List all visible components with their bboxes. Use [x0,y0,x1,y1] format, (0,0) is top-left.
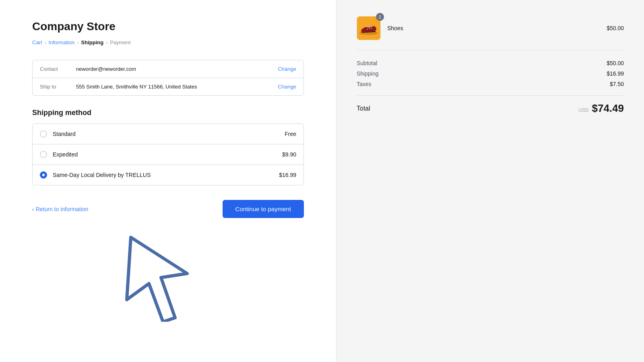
breadcrumb-sep-3: › [106,40,107,45]
return-label: Return to information [36,206,89,212]
shipping-value: $16.99 [607,70,624,77]
svg-marker-0 [127,237,187,322]
breadcrumb-sep-1: › [45,40,46,45]
total-amount: $74.49 [592,102,624,115]
breadcrumb-information[interactable]: Information [49,39,75,45]
option-label-sameday: Same-Day Local Delivery by TRELLUS [53,172,273,178]
option-label-expedited: Expedited [53,151,277,158]
total-currency: USD [578,107,588,113]
summary-divider [357,95,624,96]
svg-point-2 [367,29,368,30]
total-label: Total [357,105,370,112]
left-panel: Company Store Cart › Information › Shipp… [0,0,336,362]
radio-sameday[interactable] [40,171,47,179]
shipping-option-standard[interactable]: Standard Free [33,124,303,144]
radio-expedited[interactable] [40,151,47,158]
return-to-information-link[interactable]: ‹ Return to information [32,206,88,212]
ship-to-value: 555 Smith Lane, Smithville NY 11566, Uni… [76,84,270,90]
radio-standard[interactable] [40,130,47,138]
total-row: Total USD $74.49 [357,102,624,115]
option-price-sameday: $16.99 [279,172,296,178]
actions-bar: ‹ Return to information Continue to paym… [32,200,304,218]
shipping-options: Standard Free Expedited $9.90 Same-Day L… [32,123,304,185]
breadcrumb: Cart › Information › Shipping › Payment [32,39,304,45]
contact-info-box: Contact neworder@neworder.com Change Shi… [32,60,304,96]
product-price: $50.00 [607,25,624,31]
contact-row: Contact neworder@neworder.com Change [33,60,303,78]
breadcrumb-sep-2: › [77,40,79,45]
contact-change-link[interactable]: Change [278,66,296,72]
subtotal-value: $50.00 [607,60,624,66]
shipping-label: Shipping [357,70,379,77]
product-row: 1 Shoes $50.00 [357,16,624,50]
taxes-row: Taxes $7.50 [357,81,624,87]
breadcrumb-shipping: Shipping [81,39,104,45]
taxes-label: Taxes [357,81,372,87]
option-price-expedited: $9.90 [282,151,296,158]
subtotal-label: Subtotal [357,60,377,66]
taxes-value: $7.50 [610,81,624,87]
subtotal-row: Subtotal $50.00 [357,60,624,66]
ship-to-change-link[interactable]: Change [278,84,296,90]
continue-to-payment-button[interactable]: Continue to payment [223,200,304,218]
product-badge: 1 [376,13,384,21]
shipping-option-sameday[interactable]: Same-Day Local Delivery by TRELLUS $16.9… [33,165,303,185]
shipping-option-expedited[interactable]: Expedited $9.90 [33,144,303,165]
cursor-arrow-graphic [123,233,191,323]
store-title: Company Store [32,20,304,33]
ship-to-row: Ship to 555 Smith Lane, Smithville NY 11… [33,78,303,95]
product-image-wrap: 1 [357,16,381,40]
option-price-standard: Free [285,131,296,137]
product-name: Shoes [387,25,600,31]
right-panel: 1 Shoes $50.00 Subtotal $50.00 Shipping … [336,0,644,362]
svg-point-4 [371,28,372,29]
shipping-method-title: Shipping method [32,109,304,117]
breadcrumb-cart[interactable]: Cart [32,39,42,45]
svg-point-3 [369,28,370,29]
total-right: USD $74.49 [578,102,624,115]
shipping-row: Shipping $16.99 [357,70,624,77]
summary-rows: Subtotal $50.00 Shipping $16.99 Taxes $7… [357,60,624,87]
contact-label: Contact [40,66,68,72]
ship-to-label: Ship to [40,84,68,90]
option-label-standard: Standard [53,131,279,137]
chevron-left-icon: ‹ [32,206,34,212]
contact-value: neworder@neworder.com [76,66,270,72]
breadcrumb-payment: Payment [110,39,130,45]
